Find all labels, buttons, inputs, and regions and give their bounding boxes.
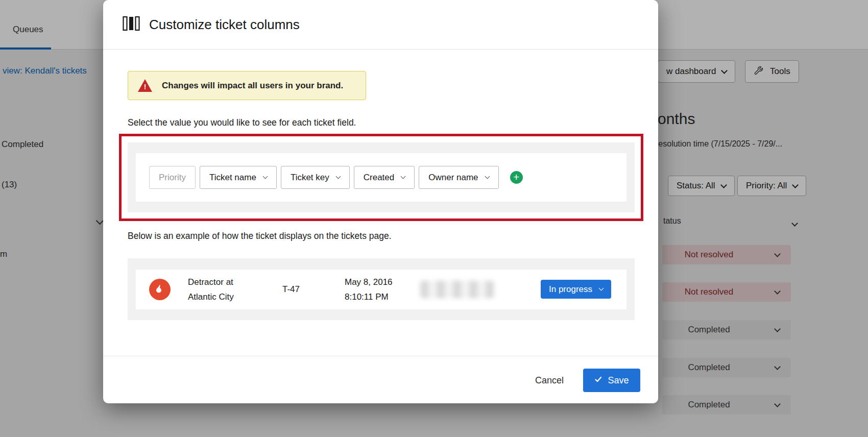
columns-icon: [123, 16, 140, 33]
ticket-status-dropdown[interactable]: In progress: [541, 280, 611, 299]
ticket-key-dropdown[interactable]: Ticket key: [281, 166, 350, 189]
example-ticket-key: T-47: [282, 284, 345, 295]
owner-name-dropdown-label: Owner name: [428, 173, 478, 183]
cancel-button[interactable]: Cancel: [535, 375, 564, 386]
select-instruction: Select the value you would like to see f…: [128, 117, 356, 128]
example-instruction: Below is an example of how the ticket di…: [128, 231, 392, 241]
footer-divider: [103, 356, 658, 356]
chevron-down-icon: [599, 286, 604, 291]
ticket-name-line2: Atlantic City: [188, 289, 282, 304]
priority-field-placeholder: Priority: [159, 173, 186, 183]
created-dropdown[interactable]: Created: [354, 166, 415, 189]
chevron-down-icon: [401, 174, 406, 179]
save-label: Save: [608, 375, 629, 386]
priority-flame-icon: [149, 279, 171, 300]
example-ticket-panel: Detractor at Atlantic City T-47 May 8, 2…: [128, 258, 635, 320]
screen: Queues view: Kendall's tickets Completed…: [0, 0, 868, 437]
warning-icon: !: [137, 79, 153, 92]
add-column-button[interactable]: +: [510, 171, 523, 184]
plus-icon: +: [513, 172, 519, 182]
warning-text: Changes will impact all users in your br…: [162, 81, 343, 91]
dialog-title: Customize ticket columns: [149, 17, 300, 33]
created-date: May 8, 2016: [345, 275, 420, 289]
save-button[interactable]: Save: [583, 369, 640, 392]
ticket-name-dropdown[interactable]: Ticket name: [200, 166, 277, 189]
example-ticket-created: May 8, 2016 8:10:11 PM: [345, 275, 420, 304]
example-ticket-row: Detractor at Atlantic City T-47 May 8, 2…: [136, 270, 626, 309]
ticket-key-dropdown-label: Ticket key: [291, 173, 329, 183]
example-ticket-name: Detractor at Atlantic City: [188, 275, 282, 304]
owner-name-dropdown[interactable]: Owner name: [419, 166, 498, 189]
created-time: 8:10:11 PM: [345, 289, 420, 304]
ticket-name-dropdown-label: Ticket name: [209, 173, 256, 183]
dialog-footer: Cancel Save: [103, 369, 658, 392]
check-icon: [594, 375, 602, 386]
ticket-fields-panel: Priority Ticket name Ticket key Created …: [128, 142, 635, 212]
ticket-status-label: In progress: [549, 284, 592, 295]
ticket-name-line1: Detractor at: [188, 275, 282, 289]
ticket-fields-row: Priority Ticket name Ticket key Created …: [136, 153, 626, 202]
created-dropdown-label: Created: [364, 173, 394, 183]
dialog-header: Customize ticket columns: [103, 0, 658, 50]
priority-field[interactable]: Priority: [149, 166, 196, 189]
chevron-down-icon: [262, 174, 268, 179]
redacted-owner-name: [420, 281, 494, 298]
customize-ticket-columns-dialog: Customize ticket columns ! Changes will …: [103, 0, 658, 403]
chevron-down-icon: [485, 174, 490, 179]
warning-banner: ! Changes will impact all users in your …: [128, 71, 366, 100]
chevron-down-icon: [335, 174, 341, 179]
